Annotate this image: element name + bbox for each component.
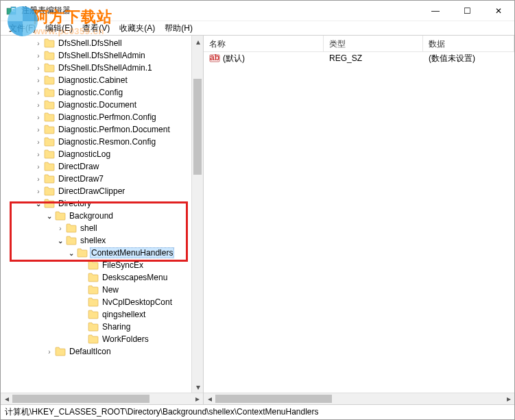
column-name[interactable]: 名称 <box>204 36 324 51</box>
tree-item[interactable]: ›Diagnostic.Cabinet <box>1 74 191 86</box>
scroll-left-icon[interactable]: ◂ <box>1 393 12 405</box>
menu-favorites[interactable]: 收藏夹(A) <box>115 22 159 35</box>
chevron-down-icon[interactable]: ⌄ <box>67 248 76 258</box>
tree-item[interactable]: New <box>1 284 191 296</box>
minimize-button[interactable]: — <box>420 1 451 21</box>
svg-rect-3 <box>12 10 15 10</box>
chevron-right-icon[interactable]: › <box>34 51 43 60</box>
registry-tree[interactable]: ›DfsShell.DfsShell›DfsShell.DfsShellAdmi… <box>1 36 191 359</box>
tree-item[interactable]: WorkFolders <box>1 333 191 345</box>
chevron-down-icon[interactable]: ⌄ <box>45 211 54 221</box>
menu-file[interactable]: 文件(F) <box>5 22 40 35</box>
tree-item[interactable]: ›shell <box>1 222 191 234</box>
menu-edit[interactable]: 编辑(E) <box>41 22 77 35</box>
chevron-right-icon[interactable]: › <box>34 100 43 110</box>
chevron-right-icon[interactable]: › <box>56 223 65 233</box>
tree-item[interactable]: ›DfsShell.DfsShellAdmin.1 <box>1 62 191 74</box>
tree-item[interactable]: ›DirectDraw <box>1 160 191 173</box>
folder-icon <box>88 310 99 319</box>
tree-item-label: New <box>101 285 120 295</box>
tree-item[interactable]: ›Diagnostic.Perfmon.Document <box>1 123 191 136</box>
svg-rect-0 <box>7 8 11 14</box>
close-button[interactable]: ✕ <box>483 1 514 21</box>
tree-item-label: Background <box>68 211 115 221</box>
tree-item[interactable]: ⌄Directory <box>1 197 191 210</box>
maximize-button[interactable]: ☐ <box>451 1 483 21</box>
chevron-down-icon[interactable]: ⌄ <box>56 236 65 245</box>
string-value-icon: ab <box>209 53 220 64</box>
chevron-down-icon[interactable]: ⌄ <box>34 199 43 208</box>
expander-none <box>77 322 87 332</box>
chevron-right-icon[interactable]: › <box>34 75 43 85</box>
folder-icon <box>44 51 55 60</box>
folder-icon <box>88 322 99 332</box>
tree-item[interactable]: ›DiagnosticLog <box>1 148 191 160</box>
tree-item[interactable]: ›DfsShell.DfsShell <box>1 37 191 49</box>
folder-icon <box>66 236 77 245</box>
scroll-down-icon[interactable]: ▾ <box>192 381 204 393</box>
tree-item[interactable]: ›Diagnostic.Config <box>1 86 191 99</box>
tree-item[interactable]: ›DirectDrawClipper <box>1 185 191 197</box>
expander-none <box>77 297 87 307</box>
folder-icon <box>44 112 55 122</box>
tree-item[interactable]: ⌄shellex <box>1 234 191 247</box>
main-area: ›DfsShell.DfsShell›DfsShell.DfsShellAdmi… <box>1 35 514 404</box>
tree-item[interactable]: ›DefaultIcon <box>1 345 191 358</box>
tree-item[interactable]: ›Diagnostic.Document <box>1 99 191 111</box>
list-row[interactable]: ab (默认) REG_SZ (数值未设置) <box>204 52 514 64</box>
tree-item[interactable]: ⌄ContextMenuHandlers <box>1 247 191 259</box>
scroll-right-icon[interactable]: ▸ <box>191 393 203 405</box>
tree-item[interactable]: ›Diagnostic.Perfmon.Config <box>1 111 191 123</box>
list-horizontal-scrollbar[interactable]: ◂ ▸ <box>204 393 514 404</box>
window-title: 注册表编辑器 <box>21 5 420 16</box>
folder-icon <box>44 199 55 208</box>
chevron-right-icon[interactable]: › <box>34 38 43 48</box>
menu-help[interactable]: 帮助(H) <box>160 22 197 35</box>
column-type[interactable]: 类型 <box>324 36 423 51</box>
scroll-right-icon[interactable]: ▸ <box>503 393 514 405</box>
scroll-up-icon[interactable]: ▴ <box>192 36 204 47</box>
tree-item[interactable]: DeskscapesMenu <box>1 271 191 284</box>
tree-item[interactable]: ›DirectDraw7 <box>1 173 191 185</box>
chevron-right-icon[interactable]: › <box>34 137 43 147</box>
chevron-right-icon[interactable]: › <box>34 174 43 184</box>
chevron-right-icon[interactable]: › <box>34 88 43 97</box>
tree-item-label: NvCplDesktopCont <box>101 297 173 307</box>
tree-item[interactable]: NvCplDesktopCont <box>1 296 191 308</box>
tree-item[interactable]: FileSyncEx <box>1 259 191 271</box>
column-data[interactable]: 数据 <box>423 36 514 51</box>
tree-item[interactable]: qingshellext <box>1 308 191 321</box>
svg-rect-2 <box>12 8 15 9</box>
menu-bar: 文件(F) 编辑(E) 查看(V) 收藏夹(A) 帮助(H) <box>1 21 514 35</box>
chevron-right-icon[interactable]: › <box>34 186 43 196</box>
chevron-right-icon[interactable]: › <box>34 63 43 73</box>
folder-icon <box>44 38 55 48</box>
tree-item[interactable]: Sharing <box>1 321 191 333</box>
tree-item-label: DirectDraw7 <box>57 174 105 184</box>
tree-item[interactable]: ›Diagnostic.Resmon.Config <box>1 136 191 148</box>
expander-none <box>77 260 87 270</box>
tree-item-label: DeskscapesMenu <box>101 273 169 282</box>
chevron-right-icon[interactable]: › <box>34 149 43 159</box>
tree-item-label: WorkFolders <box>101 334 150 344</box>
folder-icon <box>88 273 99 282</box>
tree-item[interactable]: ⌄Background <box>1 210 191 222</box>
scroll-left-icon[interactable]: ◂ <box>204 393 215 405</box>
menu-view[interactable]: 查看(V) <box>78 22 114 35</box>
chevron-right-icon[interactable]: › <box>34 162 43 171</box>
chevron-right-icon[interactable]: › <box>45 347 54 356</box>
chevron-right-icon[interactable]: › <box>34 125 43 134</box>
folder-icon <box>88 285 99 295</box>
folder-icon <box>44 186 55 196</box>
tree-item-label: Sharing <box>101 322 132 332</box>
folder-icon <box>44 149 55 159</box>
list-body[interactable]: ab (默认) REG_SZ (数值未设置) <box>204 52 514 393</box>
title-bar[interactable]: 注册表编辑器 — ☐ ✕ <box>1 1 514 21</box>
tree-item[interactable]: ›DfsShell.DfsShellAdmin <box>1 49 191 62</box>
tree-item-label: Diagnostic.Document <box>57 100 138 110</box>
chevron-right-icon[interactable]: › <box>34 112 43 122</box>
tree-horizontal-scrollbar[interactable]: ◂ ▸ <box>1 393 203 404</box>
list-pane: 名称 类型 数据 ab (默认) REG_SZ (数值未设置) ◂ ▸ <box>204 36 514 404</box>
tree-vertical-scrollbar[interactable]: ▴ ▾ <box>191 36 203 393</box>
list-header[interactable]: 名称 类型 数据 <box>204 36 514 52</box>
